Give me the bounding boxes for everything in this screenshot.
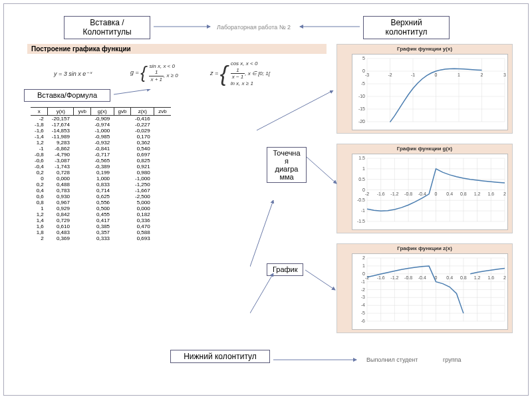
formula-z-lhs: z = (210, 70, 218, 76)
callout-insert-formula: Вставка/Формула (24, 89, 110, 102)
col-x: x (31, 108, 48, 116)
section-title: Построение графика функции (31, 45, 131, 53)
svg-text:1.5: 1.5 (358, 156, 365, 160)
callout-bottom-footer: Нижний колонтитул (170, 350, 270, 363)
chart-z-title: График функции z(x) (337, 244, 512, 251)
svg-text:1.2: 1.2 (474, 192, 481, 196)
footer-student: Выполнил студент (366, 356, 418, 363)
formula-z: z = { cos x, x < 0 1x − 1, x ∈ [0; 1[ ln… (210, 61, 270, 86)
table-row: -1-6,862-0,8410,540 (31, 146, 171, 152)
svg-text:-3: -3 (361, 295, 365, 299)
callout-top-header: Верхний колонтитул (363, 16, 450, 39)
svg-text:1: 1 (458, 72, 460, 77)
svg-text:2: 2 (503, 275, 506, 280)
page-frame: Вставка / Колонтитулы Верхний колонтитул… (3, 3, 529, 396)
svg-line-107 (250, 200, 273, 267)
svg-text:-1: -1 (411, 72, 415, 77)
svg-line-109 (250, 273, 273, 313)
col-zvb: zvb (154, 108, 171, 116)
svg-text:0.4: 0.4 (446, 275, 453, 280)
svg-text:-0.4: -0.4 (418, 192, 426, 196)
data-table: xy(x)yvbg(x)gvbz(x)zvb -2-20,157-0,909-0… (31, 107, 171, 241)
svg-text:-1.2: -1.2 (390, 275, 398, 280)
col-yvb: yvb (74, 108, 90, 116)
chart-g-box: График функции g(x) -2-1.6-1.2-0.8-0.400… (336, 144, 513, 233)
svg-text:-0.4: -0.4 (418, 275, 426, 280)
svg-text:-0.8: -0.8 (404, 275, 412, 280)
table-row: -0,6-3,087-0,5650,825 (31, 158, 171, 164)
svg-text:0.8: 0.8 (460, 192, 467, 196)
svg-text:1.6: 1.6 (487, 192, 494, 196)
svg-text:-0.5: -0.5 (357, 198, 365, 202)
svg-text:-5: -5 (361, 311, 365, 315)
col-g(x): g(x) (90, 108, 114, 116)
chart-g-title: График функции g(x) (337, 144, 512, 152)
svg-text:2: 2 (481, 72, 483, 77)
formula-g: g = { sin x, x < 0 1x + 1, x ≥ 0 (130, 63, 178, 83)
svg-text:1.2: 1.2 (474, 275, 481, 280)
svg-text:-5: -5 (361, 81, 365, 86)
svg-text:-6: -6 (361, 319, 365, 323)
svg-text:-2: -2 (361, 287, 365, 292)
svg-text:-1.6: -1.6 (377, 275, 385, 280)
chart-y-box: График функции y(x) -3-2-10123-20-15-10-… (336, 44, 513, 134)
chart-y-title: График функции y(x) (337, 45, 512, 52)
svg-text:5: 5 (362, 56, 365, 61)
table-row: 0,20,4880,833-1,250 (31, 182, 171, 188)
svg-text:0: 0 (435, 72, 438, 77)
table-row: -2-20,157-0,909-0,416 (31, 116, 171, 122)
table-row: 0,20,7280,1990,980 (31, 170, 171, 176)
table-row: -0,8-4,790-0,7170,697 (31, 152, 171, 158)
table-row: 1,40,7290,4170,336 (31, 217, 171, 223)
svg-text:0.4: 0.4 (446, 192, 453, 196)
formula-g-lhs: g = (130, 69, 139, 76)
formula-g-p1: sin x, x < 0 (149, 63, 174, 69)
svg-text:3: 3 (503, 72, 506, 77)
svg-text:1: 1 (362, 166, 365, 171)
formula-y: y = 3 sin x e⁻ˣ (54, 70, 92, 77)
svg-text:0.5: 0.5 (358, 177, 365, 182)
header-lab-work: Лабораторная работа № 2 (217, 24, 291, 31)
svg-text:0.8: 0.8 (460, 275, 467, 280)
table-row: -0,4-1,743-0,3890,921 (31, 164, 171, 170)
svg-text:-1: -1 (361, 208, 365, 213)
svg-text:0: 0 (362, 271, 365, 276)
svg-line-108 (305, 270, 335, 290)
svg-line-104 (114, 89, 150, 94)
table-row: 1,60,6100,3850,470 (31, 223, 171, 229)
svg-text:-1.2: -1.2 (390, 192, 398, 196)
section-title-banner: Построение графика функции (27, 44, 327, 54)
formula-z-p1: cos x, x < 0 (231, 61, 258, 66)
svg-text:-1.6: -1.6 (377, 192, 385, 196)
svg-text:-4: -4 (361, 303, 365, 307)
svg-text:2: 2 (503, 192, 506, 196)
svg-text:2: 2 (362, 255, 365, 260)
svg-text:-2: -2 (365, 192, 369, 196)
svg-text:-2: -2 (388, 72, 392, 77)
table-row: 20,3690,3330,693 (31, 235, 171, 241)
formula-z-p3: ln x, x ≥ 1 (231, 80, 253, 86)
table-row: 0,40,7830,714-1,667 (31, 188, 171, 194)
chart-z-box: График функции z(x) -2-1.6-1.2-0.8-0.400… (336, 243, 513, 333)
table-row: -1,6-14,853-1,000-0,029 (31, 128, 171, 134)
svg-text:-3: -3 (365, 72, 369, 77)
table-row: 0,60,9300,625-2,500 (31, 194, 171, 200)
col-y(x): y(x) (48, 108, 74, 116)
chart-z-plot: -2-1.6-1.2-0.8-0.400.40.81.21.62-6-5-4-3… (352, 253, 508, 330)
svg-text:0: 0 (435, 192, 438, 196)
svg-text:0: 0 (362, 68, 365, 73)
chart-g-plot: -2-1.6-1.2-0.8-0.400.40.81.21.62-1.5-1-0… (352, 154, 508, 230)
svg-text:0: 0 (362, 188, 365, 192)
table-row: 1,80,4830,3570,588 (31, 229, 171, 235)
table-body: -2-20,157-0,909-0,416-1,8-17,674-0,974-0… (31, 116, 171, 242)
footer-group: группа (443, 356, 461, 363)
svg-line-105 (257, 90, 333, 130)
svg-line-106 (307, 157, 336, 184)
svg-text:-15: -15 (358, 106, 365, 111)
table-row: 1,20,8420,4550,182 (31, 211, 171, 217)
svg-text:1.6: 1.6 (487, 275, 494, 280)
table-row: -1,4-11,989-0,9850,170 (31, 134, 171, 140)
table-row: 10,9290,5000,000 (31, 205, 171, 211)
table-row: 0,80,9670,5565,000 (31, 200, 171, 205)
svg-text:-1: -1 (361, 279, 365, 284)
